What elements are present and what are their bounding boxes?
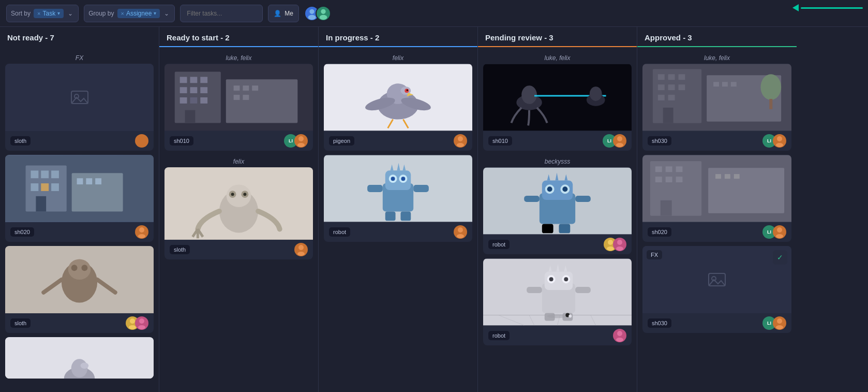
column-header-not-ready: Not ready - 7 <box>0 27 159 47</box>
svg-point-187 <box>776 325 783 329</box>
svg-rect-118 <box>524 196 540 202</box>
card-modeling-sloth[interactable]: Modeling ⏱ <box>164 167 313 259</box>
card-name-fx-sh010: sh010 <box>488 136 512 146</box>
svg-rect-153 <box>668 74 675 80</box>
sort-tag[interactable]: × Task ▾ <box>34 9 64 18</box>
card-fx-sloth-placeholder[interactable]: sloth <box>5 64 154 151</box>
card-lookdev-sloth[interactable]: Lookdev ⊞ sloth <box>5 246 154 333</box>
card-avatar-face <box>294 134 308 148</box>
group-tag-remove[interactable]: × <box>121 10 124 17</box>
card-render-robot[interactable]: Render 👁 <box>483 258 632 345</box>
svg-rect-176 <box>676 177 683 182</box>
card-footer-fx-sh030: sh030 LI <box>642 313 791 333</box>
card-name-sh010: sh010 <box>170 136 193 146</box>
column-header-in-progress: In progress - 2 <box>319 27 477 47</box>
card-avatar-person <box>135 134 148 148</box>
svg-point-147 <box>568 315 572 318</box>
card-action-check3[interactable]: ✓ <box>773 250 787 265</box>
svg-point-27 <box>81 265 87 271</box>
me-button[interactable]: 👤 Me <box>268 5 299 22</box>
card-fx-sh030[interactable]: FX ✓ sh030 LI <box>642 246 791 333</box>
svg-point-113 <box>547 186 552 192</box>
card-image-sloth3d: Modeling ⏱ <box>164 167 313 240</box>
sort-tag-arrow[interactable]: ▾ <box>57 10 60 16</box>
card-footer-sh030: sh030 LI <box>642 131 791 151</box>
card-name-pigeon: pigeon <box>329 136 354 146</box>
card-footer-sloth2: sloth <box>5 313 154 333</box>
svg-point-30 <box>130 318 135 324</box>
svg-rect-14 <box>41 183 49 191</box>
svg-point-78 <box>407 90 408 91</box>
card-animation-sh030[interactable]: Animation ✓ <box>642 64 791 151</box>
sort-chevron[interactable]: ⌄ <box>67 10 74 17</box>
card-modeling-robot[interactable]: Modeling ▶ <box>324 155 472 242</box>
group-chevron[interactable]: ⌄ <box>163 10 170 17</box>
card-avatar-face5 <box>773 316 786 330</box>
card-lookdev-robot[interactable]: Lookdev 👁 <box>483 167 632 254</box>
card-avatar-sloth3d <box>294 243 308 256</box>
card-footer-sloth3d: sloth <box>164 240 313 259</box>
svg-point-7 <box>138 143 145 147</box>
svg-rect-95 <box>385 212 396 221</box>
avatars-filter[interactable] <box>304 6 331 21</box>
avatar-2[interactable] <box>316 6 331 21</box>
svg-point-69 <box>297 252 305 256</box>
toolbar: Sort by × Task ▾ ⌄ Group by × Assignee ▾… <box>0 0 868 27</box>
group-tag[interactable]: × Assignee ▾ <box>117 9 160 18</box>
card-name-lookdev-robot: robot <box>488 240 510 249</box>
svg-rect-155 <box>658 84 665 90</box>
svg-point-98 <box>457 234 464 238</box>
group-group[interactable]: Group by × Assignee ▾ ⌄ <box>84 5 175 22</box>
card-avatar-face3 <box>773 134 786 148</box>
card-footer-robot: robot <box>324 222 472 242</box>
group-label: Group by <box>88 10 114 17</box>
column-body-ready: luke, felix Animation ⏱ <box>159 47 318 392</box>
card-avatar-stack <box>126 316 148 330</box>
svg-rect-19 <box>86 178 92 184</box>
sort-tag-remove[interactable]: × <box>37 10 40 17</box>
svg-point-89 <box>401 177 405 181</box>
svg-rect-15 <box>51 183 59 191</box>
svg-rect-142 <box>575 287 591 293</box>
card-fx-sh010[interactable]: FX 👁 <box>483 64 632 151</box>
svg-point-26 <box>71 265 78 271</box>
card-modeling-pigeon[interactable]: Modeling ▶ <box>324 64 472 151</box>
card-image-building-bw: Animation ⏱ <box>164 64 313 131</box>
svg-point-22 <box>138 234 145 238</box>
card-animation-sh020[interactable]: Animation ✓ <box>642 155 791 242</box>
svg-rect-184 <box>709 273 725 286</box>
svg-point-57 <box>297 143 305 147</box>
card-footer-render: robot <box>483 326 632 345</box>
column-body-in-progress: felix Modeling ▶ <box>319 47 477 392</box>
me-label: Me <box>285 10 293 17</box>
card-name-sh020: sh020 <box>10 227 34 237</box>
svg-rect-53 <box>252 85 258 91</box>
svg-point-168 <box>776 143 783 147</box>
svg-rect-4 <box>71 91 88 104</box>
card-lookdev-pigeon[interactable]: Lookdev ⊞ <box>5 337 154 379</box>
svg-rect-177 <box>661 200 672 216</box>
group-label-luke-felix2: luke, felix <box>483 51 632 64</box>
svg-point-6 <box>139 136 144 141</box>
sort-group[interactable]: Sort by × Task ▾ ⌄ <box>6 5 79 22</box>
card-avatar-robot <box>454 225 467 239</box>
card-image-sloth: Lookdev ⊞ <box>5 246 154 313</box>
column-title-approved: Approved - 3 <box>645 33 692 42</box>
filter-input[interactable] <box>180 5 263 22</box>
arrow-annotation <box>792 4 863 11</box>
arrow-line <box>801 7 863 9</box>
svg-point-64 <box>243 193 246 196</box>
group-label-luke-felix: luke, felix <box>164 51 313 64</box>
card-image-pigeon: Lookdev ⊞ <box>5 337 154 379</box>
person-icon: 👤 <box>274 10 281 17</box>
card-footer-lookdev-robot: robot <box>483 235 632 254</box>
card-animation-sh010[interactable]: Animation ⏱ <box>164 64 313 151</box>
group-tag-arrow[interactable]: ▾ <box>154 10 156 16</box>
svg-point-3 <box>320 14 327 19</box>
card-footer-sh020-approved: sh020 LI <box>642 222 791 242</box>
card-lighting-sh020[interactable]: Lighting ⊞ <box>5 155 154 242</box>
svg-point-145 <box>547 314 568 318</box>
svg-rect-180 <box>725 174 730 179</box>
svg-rect-164 <box>731 82 737 86</box>
card-name-sloth2: sloth <box>10 318 31 328</box>
